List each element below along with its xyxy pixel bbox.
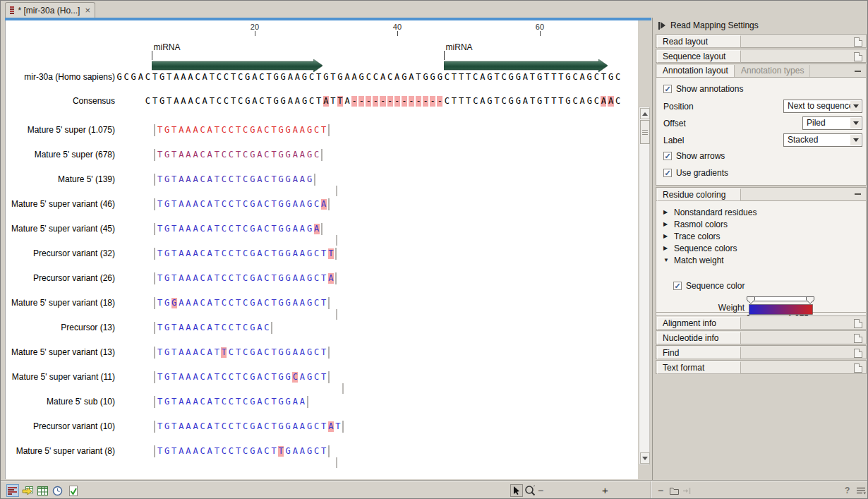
read-row[interactable]: Precursor variant (26)TGTAAACATCCTCGACTG…	[6, 273, 638, 287]
scrollbar-thumb[interactable]	[640, 120, 650, 144]
sequence-char: G	[159, 72, 166, 83]
dock-panel-button[interactable]	[680, 484, 693, 497]
sequence-char: C	[242, 372, 249, 383]
sequence-char: T	[157, 446, 164, 457]
minimize-section-icon[interactable]	[855, 71, 861, 72]
group-read-layout[interactable]: Read layout	[656, 34, 867, 48]
sequence-color-label: Sequence color	[686, 281, 745, 291]
read-row[interactable]: Precursor (13)TGTAAACATCCTCGAC	[6, 323, 638, 337]
slider-handle-right[interactable]	[807, 297, 814, 304]
sequence-char: T	[330, 72, 337, 83]
panel-page-icon[interactable]	[854, 319, 862, 328]
use-gradients-row[interactable]: ✓ Use gradients	[663, 168, 728, 178]
vertical-scrollbar[interactable]	[639, 107, 650, 465]
read-start-tick	[154, 198, 155, 210]
group-read-layout-label: Read layout	[657, 35, 741, 48]
sequence-char: C	[263, 323, 270, 333]
table-arrow-icon	[22, 486, 33, 496]
read-end-tick	[314, 174, 315, 186]
use-gradients-checkbox[interactable]: ✓	[663, 169, 672, 177]
float-panel-button[interactable]	[668, 484, 680, 497]
zoom-in-button[interactable]: +	[602, 484, 608, 497]
sequence-char: C	[263, 347, 270, 358]
tab-close-icon[interactable]: ×	[85, 6, 90, 15]
offset-dropdown[interactable]: Piled	[802, 116, 862, 130]
scroll-up-button[interactable]	[640, 108, 650, 119]
read-row[interactable]: Mature 5' sub (10)TGTAAACATCCTCGACTGGAA	[6, 397, 638, 411]
group-text-format[interactable]: Text format	[656, 360, 867, 374]
label-dropdown[interactable]: Stacked	[783, 133, 862, 147]
panel-page-icon[interactable]	[854, 37, 862, 47]
read-start-tick	[154, 248, 155, 260]
selection-tool-button[interactable]	[510, 484, 523, 497]
settings-panel-header: Read Mapping Settings	[653, 18, 868, 33]
read-row[interactable]: Mature 5' super variant (46)TGTAAACATCCT…	[6, 199, 638, 213]
sequence-char: A	[251, 96, 258, 107]
residue-item-rasmol-colors[interactable]: ▶Rasmol colors	[663, 219, 728, 229]
collapse-panel-icon[interactable]	[658, 22, 665, 30]
read-row[interactable]: Mature 5' super variant (45)TGTAAACATCCT…	[6, 224, 638, 238]
read-row[interactable]: Mature 5' (139)TGTAAACATCCTCGACTGGAAG	[6, 174, 638, 188]
mirna-annotation-arrow[interactable]	[152, 59, 323, 72]
zoom-tool-button[interactable]	[524, 484, 536, 497]
read-row-sequence: TGGAAACATCCTCGACTGGAAGCT	[157, 298, 327, 308]
sequence-char: C	[242, 421, 249, 432]
read-row[interactable]: Precursor variant (10)TGTAAACATCCTCGACTG…	[6, 421, 638, 435]
mirna-annotation-arrow[interactable]	[444, 59, 608, 72]
weight-gradient-slider[interactable]	[746, 294, 816, 315]
read-row[interactable]: Mature 5' super variant (11)TGTAAACATCCT…	[6, 372, 638, 386]
read-row[interactable]: Mature 5' super (678)TGTAAACATCCTCGACTGG…	[6, 150, 638, 164]
show-arrows-checkbox[interactable]: ✓	[663, 152, 672, 160]
tab-mir30a[interactable]: * [mir-30a (Ho...] ×	[5, 2, 95, 18]
show-read-mapping-button[interactable]	[6, 484, 19, 497]
sequence-char: A	[192, 372, 199, 383]
panel-page-icon[interactable]	[854, 52, 862, 61]
group-nucleotide-info[interactable]: Nucleotide info	[656, 330, 867, 344]
read-row[interactable]: Mature 5' super variant (8)TGTAAACATCCTC…	[6, 446, 638, 460]
read-row[interactable]: Mature 5' super variant (18)TGGAAACATCCT…	[6, 298, 638, 312]
tab-annotation-layout[interactable]: Annotation layout	[657, 65, 735, 77]
show-table-button[interactable]	[36, 484, 49, 497]
show-element-info-button[interactable]	[67, 484, 80, 497]
residue-item-trace-colors[interactable]: ▶Trace colors	[663, 231, 721, 241]
panel-page-icon[interactable]	[854, 334, 862, 343]
group-find[interactable]: Find	[656, 345, 867, 359]
help-button[interactable]: ?	[845, 484, 850, 497]
read-row[interactable]: Precursor variant (32)TGTAAACATCCTCGACTG…	[6, 248, 638, 263]
sequence-char: T	[270, 125, 277, 136]
sequence-char: A	[178, 248, 185, 259]
tab-annotation-types[interactable]: Annotation types	[735, 65, 810, 77]
triangle-collapsed-icon[interactable]: ▶	[663, 233, 670, 239]
show-annotations-checkbox[interactable]: ✓	[663, 85, 672, 93]
group-alignment-info[interactable]: Alignment info	[656, 315, 867, 330]
show-arrows-row[interactable]: ✓ Show arrows	[663, 151, 725, 161]
read-row[interactable]: Mature 5' super (1.075)TGTAAACATCCTCGACT…	[6, 125, 638, 139]
triangle-collapsed-icon[interactable]: ▶	[663, 245, 670, 251]
triangle-collapsed-icon[interactable]: ▶	[663, 221, 670, 227]
residue-item-match-weight[interactable]: ▼Match weight	[663, 255, 724, 265]
position-dropdown[interactable]: Next to sequence	[783, 100, 862, 113]
sequence-char: A	[256, 273, 263, 284]
panel-page-icon[interactable]	[854, 349, 862, 358]
show-annotations-row[interactable]: ✓ Show annotations	[663, 84, 743, 94]
sequence-color-checkbox[interactable]: ✓	[673, 282, 682, 290]
read-boundary-tick	[336, 235, 337, 246]
show-history-button[interactable]	[51, 484, 64, 497]
slider-handle-left[interactable]	[747, 297, 755, 304]
minimize-section-icon[interactable]	[855, 193, 861, 195]
sequence-color-row[interactable]: ✓ Sequence color	[673, 281, 745, 291]
residue-item-nonstandard-residues[interactable]: ▶Nonstandard residues	[663, 207, 757, 217]
zoom-out-button[interactable]: −	[538, 484, 543, 497]
scroll-down-button[interactable]	[640, 452, 650, 464]
residue-item-sequence-colors[interactable]: ▶Sequence colors	[663, 243, 737, 253]
sequence-char: A	[291, 298, 299, 308]
triangle-collapsed-icon[interactable]: ▶	[663, 209, 670, 215]
group-sequence-layout[interactable]: Sequence layout	[656, 49, 867, 63]
panel-menu-button[interactable]	[855, 484, 867, 497]
read-row[interactable]: Mature 5' super variant (13)TGTAAACATTCT…	[6, 347, 638, 361]
triangle-expanded-icon[interactable]: ▼	[663, 257, 670, 263]
panel-page-icon[interactable]	[854, 363, 862, 373]
residue-coloring-header[interactable]: Residue coloring	[656, 187, 867, 201]
open-table-button[interactable]	[21, 484, 34, 497]
collapse-sidepanel-button[interactable]: −	[658, 484, 663, 497]
